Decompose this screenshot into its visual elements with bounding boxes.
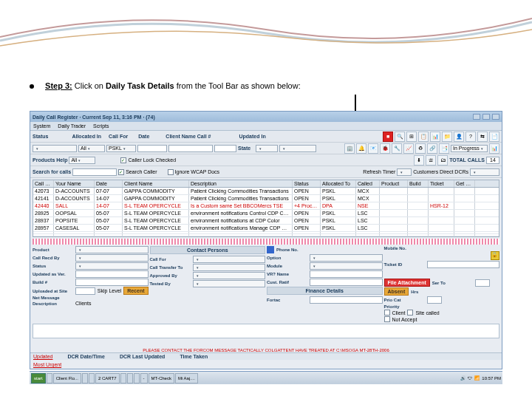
taskbar-item-9[interactable]: - xyxy=(140,373,148,383)
maximize-icon[interactable] xyxy=(482,114,490,120)
tool-icon-b1[interactable]: 🏢 xyxy=(344,143,355,154)
col-allocated[interactable]: Allocated To xyxy=(321,180,356,187)
table-row[interactable] xyxy=(33,234,499,236)
tray-icon-2[interactable]: 🛡 xyxy=(468,376,472,381)
taskbar-item-3[interactable] xyxy=(82,373,88,383)
priocat-field[interactable] xyxy=(427,296,442,304)
taskbar-item-10[interactable]: MT-Check xyxy=(149,373,174,383)
taskbar-item-7[interactable] xyxy=(127,373,133,383)
description-textarea[interactable] xyxy=(33,324,499,338)
tool-icon-c1[interactable]: ⬇ xyxy=(414,155,424,166)
custdirect-dropdown[interactable] xyxy=(470,168,499,176)
menu-daily-trader[interactable]: Daily Trader xyxy=(58,123,86,129)
fortac-field[interactable] xyxy=(310,296,383,304)
tray-icon-3[interactable]: 📶 xyxy=(474,375,480,381)
tool-icon-b5[interactable]: 🔧 xyxy=(392,143,402,154)
table-row[interactable]: 28957CASESAL05-07S-L TEAM OPERCYCLEenvir… xyxy=(33,225,499,232)
ignore-checkbox[interactable] xyxy=(168,169,174,175)
updatedin-dropdown[interactable] xyxy=(279,145,316,152)
state-dropdown[interactable] xyxy=(256,145,278,152)
sitecalled-checkbox[interactable] xyxy=(407,310,413,316)
mosturgent-link[interactable]: Most Urgent xyxy=(33,362,61,367)
col-getcost[interactable]: Get Cost xyxy=(454,180,475,187)
tool-icon-b7[interactable]: ♻ xyxy=(415,143,426,154)
tool-icon-9[interactable]: 📄 xyxy=(489,132,499,142)
tool-icon-c2[interactable]: 🛎 xyxy=(426,155,436,166)
updated-link[interactable]: Updated xyxy=(33,354,52,359)
taskbar-item-5[interactable]: 2 CART7 xyxy=(95,373,120,383)
ticket-field[interactable] xyxy=(427,261,500,268)
clients-link[interactable]: Clients xyxy=(75,301,91,306)
status-dropdown2[interactable] xyxy=(75,262,149,270)
tool-icon-b8[interactable]: 🔗 xyxy=(427,143,437,154)
col-date[interactable]: Date xyxy=(95,180,123,187)
close-icon[interactable] xyxy=(492,114,499,120)
taskbar-item-2[interactable]: Client Flo... xyxy=(53,373,81,383)
callfor-dropdown[interactable]: PSKL xyxy=(106,145,136,152)
taskbar-item-6[interactable] xyxy=(120,373,126,383)
tool-icon-6[interactable]: 👤 xyxy=(454,132,464,142)
red-box-icon[interactable]: ■ xyxy=(383,132,393,142)
lock-icon[interactable]: 🔒 xyxy=(491,251,499,260)
table-row[interactable]: 28925OOPSAL05-07S-L TEAM OPERCYCLEenviro… xyxy=(33,210,499,217)
caller-lock-checkbox[interactable] xyxy=(120,157,126,163)
recent-button[interactable]: Recent xyxy=(123,287,148,295)
taskbar-item-1[interactable] xyxy=(47,373,52,383)
tool-icon-b10[interactable]: 📊 xyxy=(489,143,499,154)
col-description[interactable]: Description xyxy=(189,180,293,187)
approvedby-dropdown[interactable] xyxy=(193,272,266,279)
calltransfer-dropdown[interactable] xyxy=(193,264,266,271)
tool-icon-b6[interactable]: 📈 xyxy=(403,143,414,154)
products-dropdown[interactable]: All xyxy=(69,157,95,164)
option-dropdown[interactable] xyxy=(310,254,383,262)
serto-field[interactable] xyxy=(475,279,490,287)
col-called[interactable]: Called xyxy=(356,180,380,187)
tool-icon-4[interactable]: 📊 xyxy=(430,132,440,142)
notaccept-checkbox[interactable] xyxy=(384,316,390,322)
menu-scripts[interactable]: Scripts xyxy=(93,123,109,129)
tool-icon-7[interactable]: ? xyxy=(466,132,476,142)
taskbar-item-8[interactable] xyxy=(134,373,140,383)
tool-icon-2[interactable]: ⊞ xyxy=(406,132,417,142)
callfor-dropdown2[interactable] xyxy=(193,256,266,263)
vrname-field[interactable] xyxy=(310,270,383,278)
auth-dropdown[interactable]: All xyxy=(78,145,105,152)
minimize-icon[interactable] xyxy=(473,114,480,120)
absent-button[interactable]: Absent xyxy=(384,287,409,296)
col-callno[interactable]: Call No. xyxy=(33,180,54,187)
file-attach-button[interactable]: File Attachment xyxy=(384,279,430,287)
col-clientname[interactable]: Client Name xyxy=(123,180,189,187)
tool-icon-5[interactable]: 📁 xyxy=(442,132,452,142)
tool-icon-b3[interactable]: 📧 xyxy=(368,143,378,154)
tool-icon-c3[interactable]: 🗂 xyxy=(437,155,448,166)
uploadsite-field[interactable] xyxy=(75,287,95,295)
tool-icon-b4[interactable]: 🐞 xyxy=(380,143,390,154)
start-button[interactable]: start xyxy=(31,373,46,383)
col-build[interactable]: Build xyxy=(408,180,429,187)
clientname-field[interactable] xyxy=(168,145,213,152)
callno-field[interactable] xyxy=(214,145,236,152)
inprogress-dropdown[interactable]: In Progress xyxy=(451,145,488,152)
table-row[interactable]: 42141D-ACCOUNTS14-07GAPPA COMMODITYPatie… xyxy=(33,195,499,202)
table-row[interactable]: 42440SALL14-07S-L TEAM OPERCYCLEIs a Cus… xyxy=(33,202,499,210)
clock[interactable]: 10:57 PM xyxy=(482,376,501,381)
custratif-field[interactable] xyxy=(310,279,383,286)
testedby-dropdown[interactable] xyxy=(193,280,266,287)
product-dropdown[interactable] xyxy=(75,246,149,253)
menu-system[interactable]: System xyxy=(33,123,50,129)
tray-icon-1[interactable]: 🔊 xyxy=(460,375,466,381)
col-ticket[interactable]: Ticket xyxy=(429,180,454,187)
tool-icon-b2[interactable]: 🔔 xyxy=(356,143,366,154)
tool-icon-1[interactable]: 🔍 xyxy=(395,132,405,142)
col-product[interactable]: Product xyxy=(380,180,408,187)
taskbar-item-4[interactable] xyxy=(89,373,95,383)
status-dropdown[interactable] xyxy=(33,145,77,152)
tool-icon-b9[interactable]: 📑 xyxy=(439,143,449,154)
module-dropdown[interactable] xyxy=(310,262,383,270)
callrecd-dropdown[interactable] xyxy=(75,254,149,262)
table-row[interactable]: 42073D-ACCOUNTS07-07GAPPA COMMODITYPatie… xyxy=(33,188,499,195)
col-yourname[interactable]: Your Name xyxy=(54,180,95,187)
refresh-dropdown[interactable] xyxy=(397,168,412,176)
search-field[interactable] xyxy=(72,168,117,176)
build-field[interactable] xyxy=(75,279,149,286)
